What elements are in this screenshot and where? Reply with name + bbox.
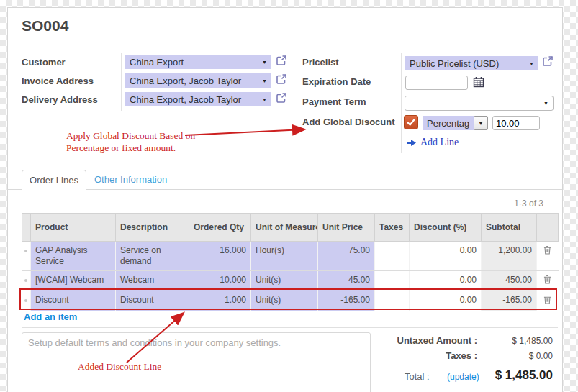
header-actions [537, 214, 559, 242]
delivery-address-external-link-icon[interactable] [276, 92, 287, 104]
taxes-value: $ 0.00 [477, 351, 553, 361]
invoice-address-value: China Export, Jacob Taylor [130, 76, 259, 86]
cell-subtotal: -165.00 [482, 291, 537, 311]
cell-subtotal: 1,200.00 [482, 242, 537, 271]
trash-icon [543, 295, 551, 304]
order-line-row[interactable]: GAP Analysis Service Service on demand 1… [22, 242, 559, 271]
header-taxes[interactable]: Taxes [375, 214, 410, 242]
drag-handle-icon [24, 279, 27, 282]
cell-description: Service on demand [116, 242, 189, 271]
tab-order-lines[interactable]: Order Lines [22, 170, 86, 190]
chevron-down-icon: ▼ [262, 78, 267, 83]
discount-method-value: Percentage [427, 118, 469, 129]
total-value: $ 1,485.00 [466, 368, 553, 383]
customer-select[interactable]: China Export ▼ [125, 55, 271, 69]
trash-icon [543, 275, 551, 284]
cell-discount: 0.00 [410, 271, 482, 291]
add-line-label: Add Line [420, 137, 459, 148]
drag-handle-icon [24, 250, 27, 252]
cell-actions [537, 271, 559, 291]
header-product[interactable]: Product [31, 214, 116, 242]
delivery-address-value: China Export, Jacob Taylor [130, 94, 259, 105]
tab-underline [7, 189, 562, 190]
terms-notes-textarea[interactable] [22, 332, 371, 392]
cell-price: 45.00 [318, 271, 375, 291]
discount-method-dropdown-button[interactable]: ▼ [474, 116, 488, 130]
delivery-address-label: Delivery Address [22, 94, 98, 105]
global-discount-label: Add Global Disocunt [302, 117, 395, 127]
delete-line-button[interactable] [543, 295, 551, 306]
header-discount[interactable]: Discount (%) [410, 214, 482, 242]
footer-divider [22, 327, 558, 328]
total-label: Total : [405, 371, 430, 382]
untaxed-amount-value: $ 1,485.00 [477, 336, 553, 346]
drag-handle-icon [24, 299, 27, 302]
cell-product: [WCAM] Webcam [31, 271, 116, 291]
pager-text: 1-3 of 3 [514, 199, 543, 209]
cell-qty: 1.000 [189, 291, 251, 311]
pricelist-label: Pricelist [302, 57, 339, 68]
cell-price: 75.00 [318, 242, 375, 271]
table-header-row: Product Description Ordered Qty Unit of … [22, 214, 559, 242]
cell-uom: Hour(s) [251, 242, 318, 271]
payment-term-label: Payment Term [302, 96, 366, 107]
annotation-added-discount-line: Added Discount Line [78, 360, 161, 373]
chevron-down-icon: ▼ [479, 121, 484, 126]
pricelist-value: Public Pricelist (USD) [410, 58, 526, 69]
page-title: SO004 [22, 17, 68, 35]
row-drag-handle[interactable] [22, 291, 31, 311]
customer-value: China Export [130, 57, 259, 68]
tab-other-information[interactable]: Other Information [94, 174, 167, 185]
cell-taxes [375, 291, 410, 311]
cell-actions [537, 291, 559, 311]
cell-subtotal: 450.00 [482, 271, 537, 291]
pricelist-external-link-icon[interactable] [542, 55, 554, 67]
discount-amount-input[interactable] [492, 116, 540, 130]
customer-external-link-icon[interactable] [276, 55, 287, 66]
invoice-address-label: Invoice Address [22, 76, 94, 86]
cell-qty: 16.000 [189, 242, 251, 271]
cell-discount: 0.00 [410, 291, 482, 311]
cell-uom: Unit(s) [251, 271, 318, 291]
header-handle [22, 214, 31, 242]
order-line-row-discount[interactable]: Discount Discount 1.000 Unit(s) -165.00 … [22, 291, 559, 311]
cell-product: GAP Analysis Service [31, 242, 116, 271]
delivery-address-select[interactable]: China Export, Jacob Taylor ▼ [125, 92, 271, 106]
header-description[interactable]: Description [116, 214, 189, 242]
expiration-date-label: Expiration Date [302, 76, 371, 87]
delete-line-button[interactable] [543, 275, 551, 286]
taxes-label: Taxes : [389, 350, 477, 361]
payment-term-select[interactable]: ▼ [405, 96, 554, 111]
cell-taxes [375, 271, 410, 291]
arrow-right-icon [407, 139, 416, 147]
calendar-icon[interactable] [473, 76, 484, 88]
header-unit-of-measure[interactable]: Unit of Measure [251, 214, 318, 242]
customer-label: Customer [22, 57, 66, 68]
invoice-address-external-link-icon[interactable] [276, 73, 287, 85]
form-right-divider [401, 53, 402, 153]
chevron-down-icon: ▼ [262, 97, 267, 102]
delete-line-button[interactable] [543, 245, 551, 257]
discount-method-select[interactable]: Percentage [423, 116, 474, 130]
row-drag-handle[interactable] [22, 242, 31, 271]
cell-uom: Unit(s) [251, 291, 318, 311]
invoice-address-select[interactable]: China Export, Jacob Taylor ▼ [125, 73, 271, 88]
chevron-down-icon: ▼ [262, 60, 267, 65]
chevron-down-icon: ▼ [529, 61, 534, 66]
header-subtotal[interactable]: Subtotal [482, 214, 537, 242]
cell-discount: 0.00 [410, 242, 482, 271]
order-lines-table: Product Description Ordered Qty Unit of … [22, 213, 559, 311]
row-drag-handle[interactable] [22, 271, 31, 291]
order-line-row[interactable]: [WCAM] Webcam Webcam 10.000 Unit(s) 45.0… [22, 271, 559, 291]
pricelist-select[interactable]: Public Pricelist (USD) ▼ [405, 56, 538, 70]
cell-taxes [375, 242, 410, 271]
totals-divider [387, 365, 553, 365]
cell-product: Discount [31, 291, 116, 311]
global-discount-checkbox[interactable] [404, 115, 418, 129]
trash-icon [543, 245, 551, 255]
expiration-date-input[interactable] [405, 76, 468, 90]
add-an-item-link[interactable]: Add an item [24, 311, 77, 322]
add-line-link[interactable]: Add Line [407, 137, 459, 148]
header-ordered-qty[interactable]: Ordered Qty [189, 214, 251, 242]
header-unit-price[interactable]: Unit Price [318, 214, 375, 242]
